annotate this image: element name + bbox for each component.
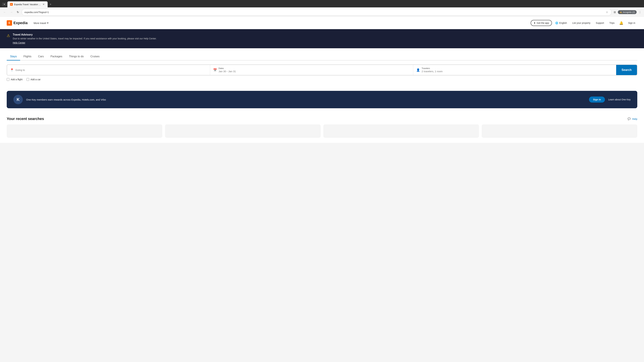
help-label: Help — [632, 117, 637, 120]
add-car-checkbox[interactable]: Add a car — [26, 78, 40, 81]
calendar-icon: 📅 — [213, 68, 217, 72]
search-extras: Add a flight Add a car — [7, 78, 637, 81]
warning-icon: ⚠ — [7, 33, 10, 38]
one-key-sign-in-button[interactable]: Sign in — [589, 96, 605, 103]
advisory-title: Travel Advisory — [13, 33, 157, 36]
search-button[interactable]: Search — [616, 65, 637, 75]
address-bar[interactable]: expedia.com/?logout=1 ☆ — [22, 9, 612, 15]
advisory-banner: ⚠ Travel Advisory Due to winter weather … — [0, 29, 644, 48]
recent-card-3[interactable] — [323, 124, 479, 138]
recent-searches-section: Your recent searches 💬 Help — [0, 112, 644, 143]
url-text: expedia.com/?logout=1 — [24, 11, 604, 13]
more-travel-label: More travel — [34, 22, 46, 24]
logo-icon: E — [7, 20, 12, 26]
location-icon: 📍 — [10, 68, 14, 72]
recent-card-2[interactable] — [165, 124, 321, 138]
tab-switcher[interactable]: ▼ — [2, 2, 7, 6]
advisory-content: Travel Advisory Due to winter weather in… — [13, 33, 157, 44]
going-to-content: Going to — [16, 68, 207, 71]
going-to-placeholder: Going to — [16, 68, 207, 71]
help-chat-icon: 💬 — [628, 117, 631, 120]
language-button[interactable]: 🌐 English — [553, 20, 569, 26]
get-app-button[interactable]: ⬇ Get the app — [531, 20, 552, 26]
incognito-icon: 🕵 — [620, 11, 622, 13]
travelers-field[interactable]: 👤 Travelers 2 travelers, 1 room — [413, 65, 616, 75]
logo-link[interactable]: E Expedia — [7, 20, 28, 26]
dates-label: Dates — [218, 67, 410, 69]
advisory-text: Due to winter weather in the United Stat… — [13, 37, 157, 40]
get-app-label: Get the app — [537, 22, 549, 24]
logo-text: Expedia — [14, 21, 28, 25]
active-tab[interactable]: E Expedia Travel: Vacation Home... ✕ — [8, 1, 48, 7]
one-key-actions: Sign in Learn about One Key — [589, 96, 630, 103]
help-center-link[interactable]: Help Center — [13, 41, 25, 44]
dates-value: Jan 30 - Jan 31 — [218, 70, 410, 73]
more-travel-button[interactable]: More travel ▾ — [32, 20, 50, 26]
recent-searches-title: Your recent searches — [7, 117, 44, 121]
forward-button[interactable]: → — [9, 10, 14, 14]
going-to-field[interactable]: 📍 Going to — [7, 65, 210, 75]
tab-packages[interactable]: Packages — [47, 53, 66, 60]
refresh-button[interactable]: ↻ — [16, 10, 20, 14]
travelers-label: Travelers — [422, 67, 613, 69]
recent-cards — [7, 124, 637, 138]
notifications-button[interactable]: 🔔 — [618, 19, 625, 26]
bell-icon: 🔔 — [619, 21, 623, 25]
language-label: English — [559, 22, 567, 24]
tab-flights[interactable]: Flights — [20, 53, 35, 60]
one-key-avatar: K — [14, 95, 23, 104]
back-button[interactable]: ← — [2, 10, 8, 14]
site-header: E Expedia More travel ▾ ⬇ Get the app 🌐 … — [0, 17, 644, 29]
more-travel-chevron-icon: ▾ — [47, 21, 48, 24]
add-flight-label: Add a flight — [11, 78, 22, 81]
tab-favicon: E — [10, 3, 13, 6]
incognito-label: Incognito (2) — [623, 11, 635, 13]
header-left: E Expedia More travel ▾ — [7, 20, 50, 26]
travelers-value: 2 travelers, 1 room — [422, 70, 613, 73]
sign-in-button[interactable]: Sign in — [626, 20, 637, 26]
extensions-icon[interactable]: ⊞ — [613, 10, 616, 14]
search-tabs: Stays Flights Cars Packages Things to do… — [7, 53, 637, 60]
add-flight-checkbox[interactable]: Add a flight — [7, 78, 22, 81]
tab-close-button[interactable]: ✕ — [42, 3, 45, 6]
add-flight-input[interactable] — [7, 78, 10, 81]
incognito-badge[interactable]: 🕵 Incognito (2) — [618, 10, 636, 14]
dates-content: Dates Jan 30 - Jan 31 — [218, 67, 410, 73]
add-car-input[interactable] — [26, 78, 29, 81]
tab-things-to-do[interactable]: Things to do — [66, 53, 87, 60]
bookmark-icon[interactable]: ☆ — [605, 10, 609, 14]
tab-stays[interactable]: Stays — [7, 53, 20, 60]
header-right: ⬇ Get the app 🌐 English List your proper… — [531, 19, 637, 26]
browser-chrome: ▼ E Expedia Travel: Vacation Home... ✕ + — [0, 0, 644, 7]
search-section: Stays Flights Cars Packages Things to do… — [0, 48, 644, 87]
add-car-label: Add a car — [30, 78, 40, 81]
travelers-content: Travelers 2 travelers, 1 room — [422, 67, 613, 73]
page-content: E Expedia More travel ▾ ⬇ Get the app 🌐 … — [0, 17, 644, 143]
globe-icon: 🌐 — [555, 22, 558, 24]
one-key-banner: K One Key members earn rewards across Ex… — [7, 91, 637, 108]
browser-more-icon[interactable]: ⋮ — [638, 10, 642, 14]
learn-about-one-key-link[interactable]: Learn about One Key — [608, 98, 630, 101]
help-button[interactable]: 💬 Help — [628, 117, 637, 120]
search-inputs: 📍 Going to 📅 Dates Jan 30 - Jan 31 👤 Tra… — [7, 64, 637, 75]
download-icon: ⬇ — [534, 22, 536, 24]
recent-card-1[interactable] — [7, 124, 162, 138]
list-property-button[interactable]: List your property — [570, 20, 592, 26]
dates-field[interactable]: 📅 Dates Jan 30 - Jan 31 — [210, 65, 413, 75]
recent-card-4[interactable] — [482, 124, 637, 138]
trips-button[interactable]: Trips — [608, 20, 617, 26]
tab-title: Expedia Travel: Vacation Home... — [14, 3, 41, 6]
browser-tabs: ▼ E Expedia Travel: Vacation Home... ✕ + — [2, 1, 642, 7]
one-key-text: One Key members earn rewards across Expe… — [26, 98, 586, 101]
recent-searches-header: Your recent searches 💬 Help — [7, 117, 637, 121]
tab-cars[interactable]: Cars — [35, 53, 47, 60]
person-icon: 👤 — [416, 68, 420, 72]
browser-toolbar: ← → ↻ expedia.com/?logout=1 ☆ ⊞ 🕵 Incogn… — [0, 7, 644, 17]
support-button[interactable]: Support — [594, 20, 606, 26]
new-tab-button[interactable]: + — [48, 2, 53, 7]
tab-cruises[interactable]: Cruises — [87, 53, 103, 60]
